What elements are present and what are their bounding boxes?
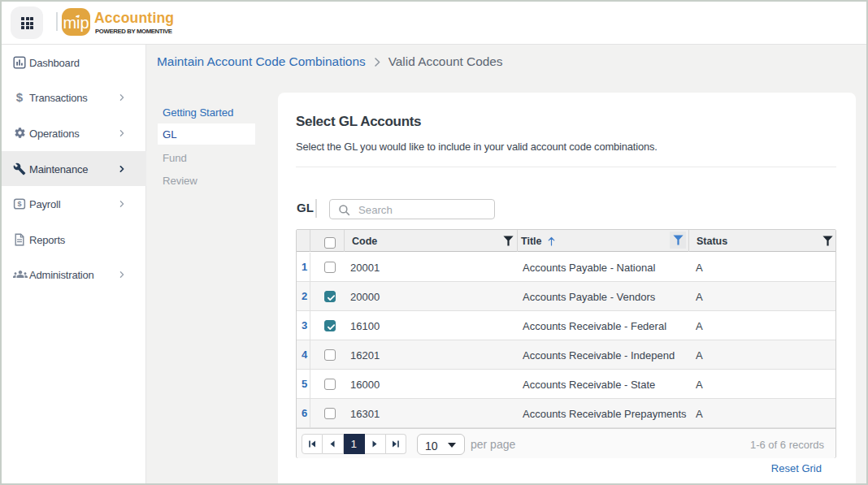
svg-text:$: $ <box>16 91 24 104</box>
svg-text:$: $ <box>17 200 21 208</box>
